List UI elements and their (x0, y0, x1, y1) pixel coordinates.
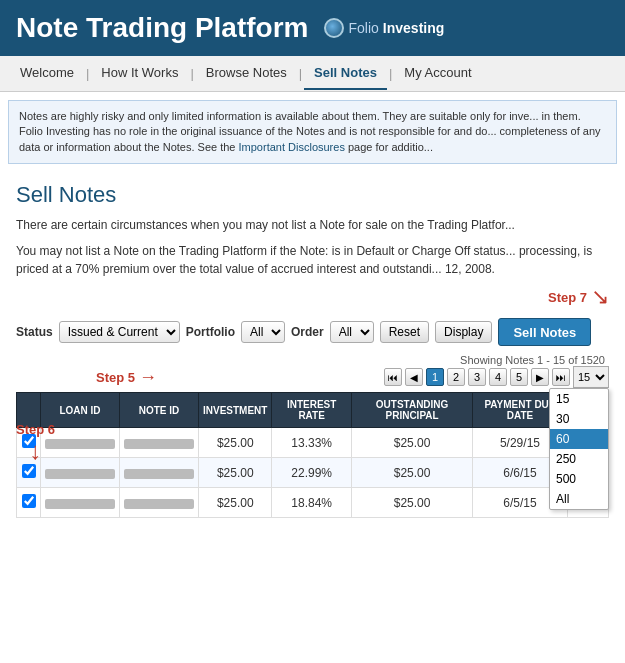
option-15[interactable]: 15 (550, 389, 608, 409)
disclaimer-text-after: page for additio... (348, 141, 433, 153)
site-title: Note Trading Platform (16, 12, 308, 44)
row-checkbox-2[interactable] (22, 494, 36, 508)
table-row: $25.0013.33%$25.005/29/15Issued (17, 428, 609, 458)
outstanding-principal-cell: $25.00 (351, 458, 473, 488)
note-id-cell (120, 458, 199, 488)
loan-id-blurred (45, 469, 115, 479)
table-row: $25.0018.84%$25.006/5/15Issued (17, 488, 609, 518)
order-select[interactable]: All (330, 321, 374, 343)
option-all[interactable]: All (550, 489, 608, 509)
note-id-blurred (124, 469, 194, 479)
page-first-button[interactable]: ⏮ (384, 368, 402, 386)
logo: Folio Investing (324, 18, 444, 38)
portfolio-label: Portfolio (186, 325, 235, 339)
option-30[interactable]: 30 (550, 409, 608, 429)
loan-id-cell (41, 488, 120, 518)
nav-my-account[interactable]: My Account (394, 57, 481, 90)
loan-id-blurred (45, 439, 115, 449)
outstanding-principal-cell: $25.00 (351, 488, 473, 518)
page-3-button[interactable]: 3 (468, 368, 486, 386)
note-id-blurred (124, 499, 194, 509)
filter-row: Status Issued & Current Portfolio All Or… (16, 318, 609, 346)
page-prev-button[interactable]: ◀ (405, 368, 423, 386)
order-label: Order (291, 325, 324, 339)
step6-arrow-icon: ↓ (30, 437, 42, 466)
page-5-button[interactable]: 5 (510, 368, 528, 386)
table-container: Step 6 ↓ LOAN ID NOTE ID INVESTMENT INTE… (16, 392, 609, 518)
interest-rate-cell: 22.99% (272, 458, 351, 488)
per-page-container: 15 30 60 250 500 All 15 30 60 250 500 Al… (573, 366, 609, 388)
navigation: Welcome | How It Works | Browse Notes | … (0, 56, 625, 92)
sell-notes-button[interactable]: Sell Notes (498, 318, 591, 346)
showing-text: Showing Notes 1 - 15 of 1520 (460, 354, 605, 366)
note-id-cell (120, 488, 199, 518)
reset-button[interactable]: Reset (380, 321, 429, 343)
desc1: There are certain circumstances when you… (16, 216, 609, 234)
page-last-button[interactable]: ⏭ (552, 368, 570, 386)
display-button[interactable]: Display (435, 321, 492, 343)
important-disclosures-link[interactable]: Important Disclosures (239, 141, 345, 153)
row-checkbox-1[interactable] (22, 464, 36, 478)
header: Note Trading Platform Folio Investing (0, 0, 625, 56)
globe-icon (324, 18, 344, 38)
notes-table: LOAN ID NOTE ID INVESTMENT INTEREST RATE… (16, 392, 609, 518)
step7-arrow-icon: ↘ (591, 286, 609, 308)
page-4-button[interactable]: 4 (489, 368, 507, 386)
option-60[interactable]: 60 (550, 429, 608, 449)
disclaimer-box: Notes are highly risky and only limited … (8, 100, 617, 164)
status-label: Status (16, 325, 53, 339)
nav-how-it-works[interactable]: How It Works (91, 57, 188, 90)
col-investment: INVESTMENT (199, 393, 272, 428)
outstanding-principal-cell: $25.00 (351, 428, 473, 458)
loan-id-blurred (45, 499, 115, 509)
page-title: Sell Notes (16, 182, 609, 208)
portfolio-select[interactable]: All (241, 321, 285, 343)
per-page-dropdown[interactable]: 15 30 60 250 500 All (549, 388, 609, 510)
interest-rate-cell: 18.84% (272, 488, 351, 518)
investment-cell: $25.00 (199, 488, 272, 518)
nav-browse-notes[interactable]: Browse Notes (196, 57, 297, 90)
nav-welcome[interactable]: Welcome (10, 57, 84, 90)
nav-sell-notes[interactable]: Sell Notes (304, 57, 387, 90)
investment-cell: $25.00 (199, 428, 272, 458)
per-page-select[interactable]: 15 30 60 250 500 All (573, 366, 609, 388)
investment-cell: $25.00 (199, 458, 272, 488)
step5-arrow-icon: → (139, 367, 157, 388)
desc2: You may not list a Note on the Trading P… (16, 242, 609, 278)
status-select[interactable]: Issued & Current (59, 321, 180, 343)
note-id-blurred (124, 439, 194, 449)
table-row: $25.0022.99%$25.006/6/15Issued (17, 458, 609, 488)
logo-investing: Investing (383, 20, 444, 36)
step6-label: Step 6 (16, 422, 55, 437)
col-outstanding-principal: OUTSTANDING PRINCIPAL (351, 393, 473, 428)
main-content: Sell Notes There are certain circumstanc… (0, 172, 625, 528)
col-note-id: NOTE ID (120, 393, 199, 428)
option-500[interactable]: 500 (550, 469, 608, 489)
col-interest-rate: INTEREST RATE (272, 393, 351, 428)
option-250[interactable]: 250 (550, 449, 608, 469)
step5-label: Step 5 (96, 370, 135, 385)
page-2-button[interactable]: 2 (447, 368, 465, 386)
step7-label: Step 7 (548, 290, 587, 305)
note-id-cell (120, 428, 199, 458)
logo-folio: Folio (348, 20, 378, 36)
page-1-button[interactable]: 1 (426, 368, 444, 386)
page-next-button[interactable]: ▶ (531, 368, 549, 386)
interest-rate-cell: 13.33% (272, 428, 351, 458)
